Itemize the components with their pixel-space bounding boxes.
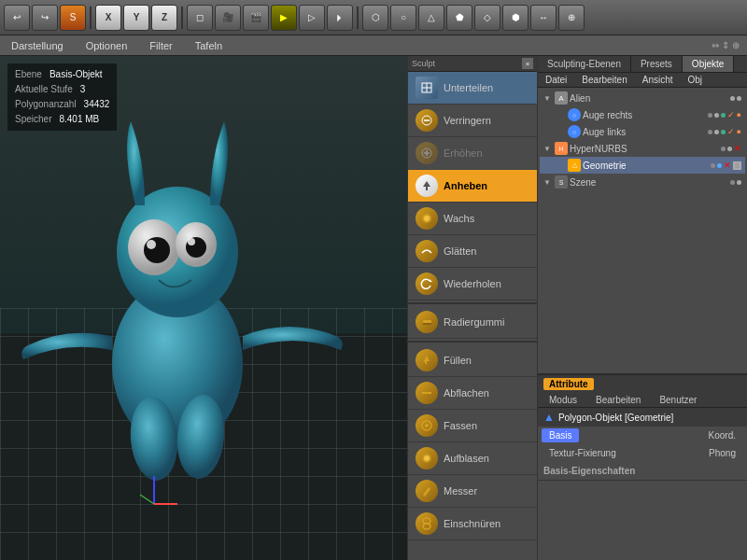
- y-axis-button[interactable]: Y: [123, 5, 149, 31]
- obj-type-icon: ▲: [543, 411, 555, 424]
- auge-rechts-dots: ✓ ●: [708, 110, 741, 119]
- nav-arrows: ⇔ ⇕ ⊕: [712, 40, 740, 50]
- tool-abflachen[interactable]: Abflachen: [408, 377, 537, 410]
- tool-einschnuren[interactable]: Einschnüren: [408, 508, 537, 540]
- submenu-ansicht[interactable]: Ansicht: [639, 73, 677, 87]
- abflachen-label: Abflachen: [444, 387, 489, 399]
- tree-szene[interactable]: ▼ S Szene: [540, 174, 745, 190]
- tool-aufblasen[interactable]: Aufblasen: [408, 442, 537, 475]
- attr-tab-benutzer[interactable]: Benutzer: [652, 393, 704, 407]
- szene-dots: [730, 180, 741, 185]
- box-button[interactable]: ◻: [187, 5, 213, 31]
- subtab-phong[interactable]: Phong: [701, 446, 743, 460]
- x-axis-button[interactable]: X: [95, 5, 121, 31]
- hn-expand[interactable]: ▼: [543, 145, 553, 153]
- erhohen-label: Erhöhen: [444, 147, 483, 159]
- geo-s-badge: S: [733, 161, 741, 170]
- move-button[interactable]: ↔: [530, 5, 557, 31]
- tool-unterteilen[interactable]: Unterteilen: [408, 72, 537, 105]
- tool-anheben[interactable]: Anheben: [408, 170, 537, 203]
- render-button[interactable]: ▶: [271, 5, 297, 31]
- tool-fassen[interactable]: Fassen: [408, 410, 537, 442]
- svg-point-7: [144, 237, 170, 263]
- hn-dots: ✕: [721, 144, 741, 153]
- submenu-obj[interactable]: Obj: [684, 73, 707, 87]
- tool-fullen[interactable]: Füllen: [408, 344, 537, 377]
- ar-dot5: ●: [737, 110, 741, 119]
- auge-rechts-label: Auge rechts: [583, 110, 706, 120]
- sep3: [357, 7, 359, 29]
- subtab-koord[interactable]: Koord.: [701, 428, 743, 442]
- render2-button[interactable]: ▷: [299, 5, 325, 31]
- tool-wiederholen[interactable]: Wiederholen: [408, 268, 537, 301]
- alien-icon: A: [555, 91, 568, 105]
- aufblasen-label: Aufblasen: [444, 453, 489, 464]
- nav-button[interactable]: ⊕: [558, 5, 585, 31]
- tree-auge-rechts[interactable]: ○ Auge rechts ✓ ●: [540, 106, 745, 123]
- verringern-label: Verringern: [444, 115, 491, 126]
- undo-button[interactable]: ↩: [4, 5, 30, 31]
- tree-hypernurbs[interactable]: ▼ H HyperNURBS ✕: [540, 140, 745, 157]
- svg-point-31: [424, 455, 430, 461]
- object-type-row: ▲ Polygon-Objekt [Geometrie]: [538, 408, 747, 427]
- sculpt-button[interactable]: S: [60, 5, 86, 31]
- alien-dots: [730, 96, 741, 101]
- geo-dot2: [717, 163, 722, 168]
- menu-filter[interactable]: Filter: [146, 38, 176, 53]
- subtab-basis[interactable]: Basis: [542, 428, 579, 442]
- speicher-value: 8.401 MB: [59, 112, 99, 127]
- poly-label: Polygonanzahl: [15, 97, 77, 112]
- menu-tafeln[interactable]: Tafeln: [191, 38, 226, 53]
- alien-dot2: [737, 96, 741, 101]
- shape1-button[interactable]: ⬡: [362, 5, 388, 31]
- glatten-label: Glätten: [444, 245, 476, 257]
- attr-tab-modus[interactable]: Modus: [542, 393, 585, 407]
- shape4-button[interactable]: ⬟: [446, 5, 472, 31]
- tab-presets[interactable]: Presets: [631, 56, 683, 72]
- tool-radiergummi[interactable]: Radiergummi: [408, 306, 537, 339]
- menu-optionen[interactable]: Optionen: [82, 38, 132, 53]
- svg-line-13: [140, 495, 154, 504]
- render3-button[interactable]: ⏵: [327, 5, 353, 31]
- camera-button[interactable]: 🎥: [215, 5, 241, 31]
- tree-alien[interactable]: ▼ A Alien: [540, 90, 745, 106]
- messer-label: Messer: [444, 485, 477, 497]
- szene-expand[interactable]: ▼: [543, 178, 553, 187]
- radiergummi-label: Radiergummi: [444, 316, 504, 328]
- attr-tab-bearbeiten[interactable]: Bearbeiten: [588, 393, 648, 407]
- subtab-textur[interactable]: Textur-Fixierung: [542, 446, 624, 460]
- anheben-icon: [416, 175, 438, 197]
- svg-point-33: [423, 524, 430, 529]
- redo-button[interactable]: ↪: [32, 5, 58, 31]
- tree-geometrie[interactable]: △ Geometrie ✕ S: [540, 157, 745, 174]
- tab-sculpting-ebenen[interactable]: Sculpting-Ebenen: [538, 56, 631, 72]
- tool-glatten[interactable]: Glätten: [408, 235, 537, 268]
- tree-auge-links[interactable]: ○ Auge links ✓ ●: [540, 123, 745, 140]
- shape5-button[interactable]: ◇: [474, 5, 500, 31]
- shape6-button[interactable]: ⬢: [502, 5, 529, 31]
- menu-bar: Darstellung Optionen Filter Tafeln ⇔ ⇕ ⊕: [0, 35, 747, 56]
- shape2-button[interactable]: ○: [390, 5, 416, 31]
- tools-close-button[interactable]: ×: [522, 58, 533, 69]
- tool-erhohen: Erhöhen: [408, 137, 537, 170]
- submenu-datei[interactable]: Datei: [542, 73, 571, 87]
- svg-point-9: [147, 240, 156, 249]
- info-overlay: Ebene Basis-Objekt Aktuelle Stufe 3 Poly…: [7, 63, 117, 131]
- z-axis-button[interactable]: Z: [151, 5, 177, 31]
- ar-dot2: [714, 113, 719, 118]
- film-button[interactable]: 🎬: [243, 5, 269, 31]
- shape3-button[interactable]: △: [418, 5, 444, 31]
- alien-expand[interactable]: ▼: [543, 94, 553, 103]
- viewport[interactable]: Ebene Basis-Objekt Aktuelle Stufe 3 Poly…: [0, 56, 407, 560]
- menu-darstellung[interactable]: Darstellung: [7, 38, 67, 53]
- erhohen-icon: [416, 142, 438, 164]
- tool-wachs[interactable]: Wachs: [408, 203, 537, 235]
- attr-header: Attribute: [538, 375, 747, 393]
- tool-messer[interactable]: Messer: [408, 475, 537, 508]
- submenu-bearbeiten[interactable]: Bearbeiten: [578, 73, 630, 87]
- attr-tab-bar: Modus Bearbeiten Benutzer: [538, 393, 747, 408]
- tab-objekte[interactable]: Objekte: [683, 56, 734, 72]
- ar-dot4: ✓: [727, 110, 735, 119]
- tool-verringern[interactable]: Verringern: [408, 105, 537, 137]
- geo-dots: ✕ S: [711, 161, 741, 170]
